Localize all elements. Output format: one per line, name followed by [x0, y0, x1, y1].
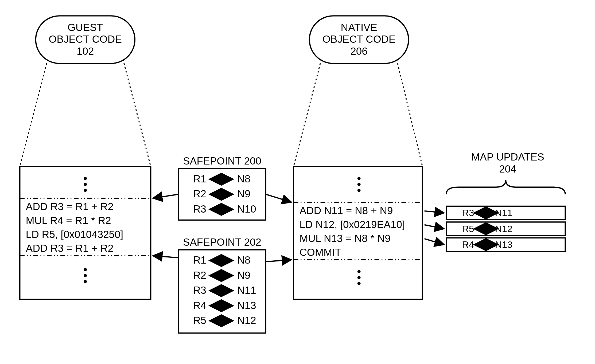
svg-text:R1: R1 — [193, 173, 206, 185]
guest-title-l3: 102 — [77, 45, 94, 57]
svg-point-8 — [357, 189, 361, 192]
svg-text:R3: R3 — [193, 203, 206, 215]
native-code-2: MUL N13 = N8 * N9 — [300, 233, 391, 244]
guest-leader-left — [20, 60, 48, 167]
svg-point-11 — [357, 282, 361, 285]
svg-point-7 — [357, 183, 361, 186]
svg-text:R3: R3 — [462, 208, 474, 218]
sp202-to-guest-arrow — [153, 256, 179, 258]
native-block: NATIVE OBJECT CODE 206 ADD N11 = N8 + N9… — [294, 16, 423, 299]
svg-text:N11: N11 — [237, 284, 256, 296]
svg-text:N11: N11 — [495, 208, 512, 218]
native-leader-left — [294, 60, 321, 167]
svg-text:N8: N8 — [237, 254, 250, 266]
map-updates-title-l2: 204 — [499, 163, 516, 175]
svg-text:N13: N13 — [237, 300, 256, 311]
map-updates-brace — [446, 180, 565, 194]
native-leader-right — [397, 60, 423, 167]
svg-point-0 — [84, 177, 87, 180]
native-to-map-0-arrow — [425, 211, 444, 213]
native-title-l3: 206 — [350, 45, 367, 57]
diagram-root: GUEST OBJECT CODE 102 ADD R3 = R1 + R2 M… — [0, 0, 595, 364]
native-code-0: ADD N11 = N8 + N9 — [300, 205, 393, 216]
native-title-l1: NATIVE — [341, 22, 377, 33]
svg-text:N12: N12 — [495, 224, 512, 234]
map-update-row-1: R5 N12 — [446, 222, 565, 235]
safepoint-200-title: SAFEPOINT 200 — [183, 155, 261, 167]
map-updates-title-l1: MAP UPDATES — [471, 151, 544, 163]
svg-point-3 — [84, 268, 87, 271]
svg-text:N10: N10 — [237, 203, 256, 215]
svg-text:R4: R4 — [193, 300, 206, 311]
svg-text:N9: N9 — [237, 188, 250, 199]
guest-block: GUEST OBJECT CODE 102 ADD R3 = R1 + R2 M… — [20, 16, 151, 299]
svg-text:N9: N9 — [237, 269, 250, 281]
svg-text:R2: R2 — [193, 269, 206, 281]
native-to-map-1-arrow — [425, 225, 444, 229]
guest-title-l1: GUEST — [68, 22, 103, 33]
safepoint-202-title: SAFEPOINT 202 — [183, 236, 261, 248]
map-updates-block: MAP UPDATES 204 R3 N11 R5 N12 R4 N13 — [425, 151, 565, 251]
svg-text:R3: R3 — [193, 284, 206, 296]
native-code-3: COMMIT — [300, 246, 341, 258]
guest-code-1: MUL R4 = R1 * R2 — [26, 215, 111, 226]
svg-text:R2: R2 — [193, 188, 206, 199]
svg-point-10 — [357, 276, 361, 279]
sp200-to-native-arrow — [266, 194, 292, 202]
safepoint-200-block: SAFEPOINT 200 R1 N8 R2 N9 R3 N10 — [153, 155, 292, 220]
svg-point-1 — [84, 183, 87, 186]
svg-point-9 — [357, 270, 361, 273]
svg-text:N8: N8 — [237, 173, 250, 185]
native-code-1: LD N12, [0x0219EA10] — [300, 219, 405, 230]
map-update-row-0: R3 N11 — [446, 206, 565, 220]
native-title-l2: OBJECT CODE — [322, 33, 396, 45]
svg-text:R4: R4 — [462, 239, 474, 250]
svg-text:N12: N12 — [237, 315, 256, 326]
guest-code-0: ADD R3 = R1 + R2 — [26, 201, 114, 212]
svg-point-5 — [84, 280, 87, 283]
svg-point-6 — [357, 177, 361, 180]
guest-code-2: LD R5, [0x01043250] — [26, 229, 123, 240]
svg-text:R5: R5 — [462, 224, 474, 234]
guest-title-l2: OBJECT CODE — [49, 33, 122, 45]
svg-point-4 — [84, 274, 87, 277]
svg-text:R5: R5 — [193, 315, 206, 326]
guest-code-3: ADD R3 = R1 + R2 — [26, 242, 114, 254]
native-to-map-2-arrow — [425, 239, 444, 245]
svg-point-2 — [84, 189, 87, 192]
safepoint-202-block: SAFEPOINT 202 R1 N8 R2 N9 R3 N11 R4 N13 … — [153, 236, 292, 333]
sp200-to-guest-arrow — [153, 194, 179, 198]
svg-text:N13: N13 — [495, 239, 512, 250]
map-update-row-2: R4 N13 — [446, 238, 565, 251]
sp202-to-native-arrow — [266, 260, 292, 261]
svg-text:R1: R1 — [193, 254, 206, 266]
guest-leader-right — [123, 60, 151, 167]
